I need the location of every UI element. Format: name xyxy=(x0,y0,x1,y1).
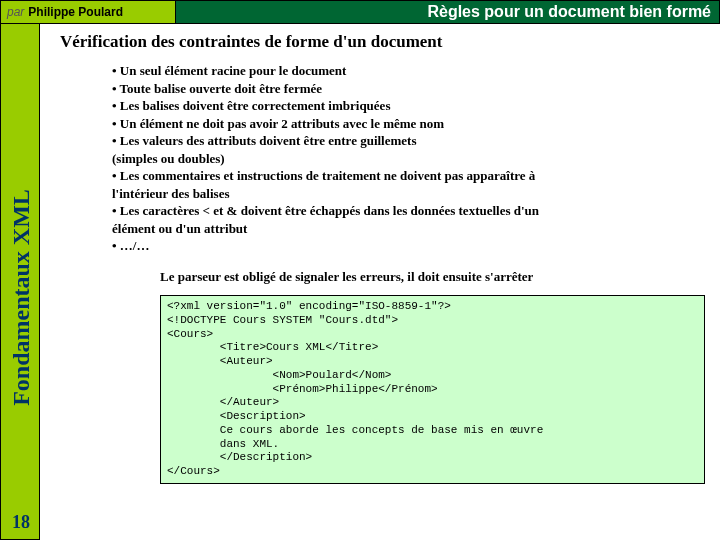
bullet-item: • …/… xyxy=(112,237,712,255)
bullet-item: (simples ou doubles) xyxy=(112,150,712,168)
content-area: Vérification des contraintes de forme d'… xyxy=(40,24,720,540)
header-left: par Philippe Poulard xyxy=(0,0,176,24)
sidebar: Fondamentaux XML 18 xyxy=(0,24,40,540)
header: par Philippe Poulard Règles pour un docu… xyxy=(0,0,720,24)
page-number: 18 xyxy=(1,512,41,533)
bullet-item: • Un seul élément racine pour le documen… xyxy=(112,62,712,80)
bullet-item: • Les commentaires et instructions de tr… xyxy=(112,167,712,185)
sidebar-label: Fondamentaux XML xyxy=(8,170,35,426)
bullet-item: • Toute balise ouverte doit être fermée xyxy=(112,80,712,98)
par-label: par xyxy=(7,5,24,19)
author-name: Philippe Poulard xyxy=(28,5,123,19)
bullet-list: • Un seul élément racine pour le documen… xyxy=(112,62,712,255)
bullet-item: • Les caractères < et & doivent être éch… xyxy=(112,202,712,220)
bullet-item: • Un élément ne doit pas avoir 2 attribu… xyxy=(112,115,712,133)
parser-note: Le parseur est obligé de signaler les er… xyxy=(160,269,712,285)
bullet-item: élément ou d'un attribut xyxy=(112,220,712,238)
bullet-item: • Les valeurs des attributs doivent être… xyxy=(112,132,712,150)
bullet-item: • Les balises doivent être correctement … xyxy=(112,97,712,115)
xml-code-sample: <?xml version="1.0" encoding="ISO-8859-1… xyxy=(160,295,705,484)
slide-title: Règles pour un document bien formé xyxy=(176,0,720,24)
subtitle: Vérification des contraintes de forme d'… xyxy=(60,32,712,52)
bullet-item: l'intérieur des balises xyxy=(112,185,712,203)
